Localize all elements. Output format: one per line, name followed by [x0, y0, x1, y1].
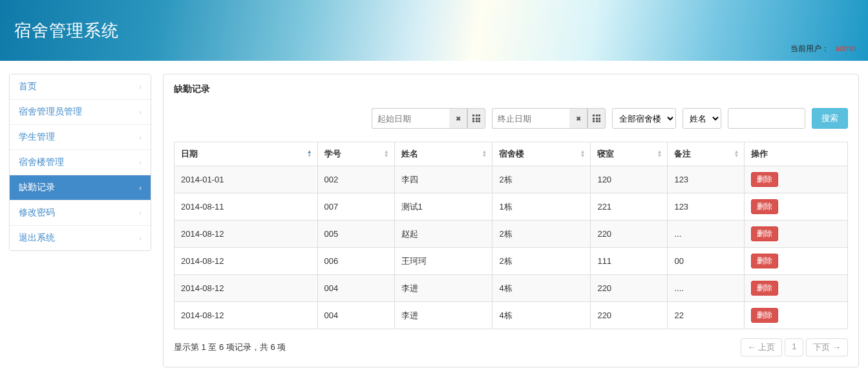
panel-title: 缺勤记录 [174, 83, 848, 95]
sidebar-item-dorm-admin[interactable]: 宿舍管理员管理› [10, 100, 151, 125]
cell-name: 李进 [394, 302, 492, 329]
col-label: 学号 [324, 149, 341, 158]
delete-button[interactable]: 删除 [751, 254, 778, 268]
app-title: 宿舍管理系统 [14, 19, 119, 42]
sidebar-item-absence[interactable]: 缺勤记录› [10, 175, 151, 201]
chevron-right-icon: › [139, 158, 142, 166]
sidebar-item-label: 退出系统 [19, 232, 55, 244]
delete-button[interactable]: 删除 [751, 226, 778, 241]
col-label: 寝室 [597, 149, 614, 158]
cell-room: 120 [591, 166, 668, 193]
cell-room: 111 [591, 248, 668, 275]
chevron-right-icon: › [139, 108, 142, 116]
building-select[interactable]: 全部宿舍楼 [612, 108, 676, 129]
col-sid[interactable]: 学号▲▼ [317, 142, 394, 166]
sidebar-item-label: 修改密码 [19, 207, 55, 219]
sidebar-item-label: 首页 [19, 81, 37, 93]
sort-icon: ▲▼ [734, 150, 739, 158]
cell-date: 2014-08-12 [175, 248, 318, 275]
cell-date: 2014-08-12 [175, 221, 318, 248]
sidebar-item-home[interactable]: 首页› [10, 74, 151, 100]
cell-building: 4栋 [492, 302, 591, 329]
table-row: 2014-08-12004李进4栋220....删除 [175, 275, 848, 302]
search-button[interactable]: 搜索 [812, 108, 848, 129]
col-label: 日期 [181, 149, 198, 158]
table-info: 显示第 1 至 6 项记录，共 6 项 [174, 342, 286, 353]
cell-room: 220 [591, 221, 668, 248]
current-user-label: 当前用户： [790, 44, 829, 53]
col-note[interactable]: 备注▲▼ [668, 142, 745, 166]
table-row: 2014-08-11007测试11栋221123删除 [175, 193, 848, 221]
chevron-right-icon: › [139, 209, 142, 217]
end-date-group [492, 108, 606, 129]
delete-button[interactable]: 删除 [751, 199, 778, 214]
col-date[interactable]: 日期▲▼ [175, 142, 318, 166]
search-input[interactable] [728, 108, 805, 129]
sort-icon: ▲▼ [384, 150, 389, 158]
cell-sid: 004 [317, 302, 394, 329]
sidebar-item-label: 缺勤记录 [19, 182, 55, 193]
cell-building: 4栋 [492, 275, 591, 302]
sidebar-item-building[interactable]: 宿舍楼管理› [10, 150, 151, 175]
col-room[interactable]: 寝室▲▼ [591, 142, 668, 166]
sidebar-nav: 首页›宿舍管理员管理›学生管理›宿舍楼管理›缺勤记录›修改密码›退出系统› [9, 74, 151, 251]
cell-building: 2栋 [492, 248, 591, 275]
pager-prev-button[interactable]: ← 上页 [741, 338, 783, 356]
cell-note: 123 [668, 166, 745, 193]
cell-name: 赵起 [394, 221, 492, 248]
cell-ops: 删除 [745, 302, 848, 329]
cell-room: 221 [591, 193, 668, 221]
calendar-icon [593, 114, 600, 122]
cell-note: 123 [668, 193, 745, 221]
close-icon [576, 114, 581, 123]
pager-page-1[interactable]: 1 [785, 338, 803, 356]
sidebar-item-password[interactable]: 修改密码› [10, 201, 151, 226]
pager: ← 上页 1 下页 → [741, 338, 848, 356]
start-date-clear-button[interactable] [449, 108, 467, 129]
filter-bar: 全部宿舍楼 姓名 搜索 [174, 108, 848, 129]
sidebar-item-student[interactable]: 学生管理› [10, 125, 151, 150]
cell-note: 00 [668, 248, 745, 275]
cell-ops: 删除 [745, 193, 848, 221]
current-user-block: 当前用户： admin [790, 43, 856, 54]
cell-ops: 删除 [745, 248, 848, 275]
sort-icon: ▲▼ [482, 150, 487, 158]
cell-date: 2014-08-11 [175, 193, 318, 221]
col-name[interactable]: 姓名▲▼ [394, 142, 492, 166]
end-date-clear-button[interactable] [569, 108, 587, 129]
sidebar-item-logout[interactable]: 退出系统› [10, 226, 151, 250]
col-label: 备注 [674, 149, 691, 158]
close-icon [456, 114, 461, 123]
cell-date: 2014-08-12 [175, 302, 318, 329]
cell-date: 2014-01-01 [175, 166, 318, 193]
sort-icon: ▲▼ [580, 150, 585, 158]
pager-next-button[interactable]: 下页 → [806, 338, 848, 356]
current-user-name: admin [835, 44, 856, 53]
end-date-input[interactable] [492, 108, 569, 129]
start-date-input[interactable] [372, 108, 449, 129]
cell-name: 李四 [394, 166, 492, 193]
cell-note: 22 [668, 302, 745, 329]
start-date-group [372, 108, 485, 129]
chevron-right-icon: › [139, 184, 142, 191]
sidebar-item-label: 宿舍楼管理 [19, 157, 64, 168]
table-row: 2014-01-01002李四2栋120123删除 [175, 166, 848, 193]
searchby-select[interactable]: 姓名 [683, 108, 721, 129]
start-date-picker-button[interactable] [467, 108, 485, 129]
cell-sid: 006 [317, 248, 394, 275]
app-header: 宿舍管理系统 当前用户： admin [0, 0, 868, 61]
cell-note: .... [668, 275, 745, 302]
col-ops: 操作 [745, 142, 848, 166]
col-building[interactable]: 宿舍楼▲▼ [492, 142, 591, 166]
cell-ops: 删除 [745, 221, 848, 248]
table-row: 2014-08-12005赵起2栋220...删除 [175, 221, 848, 248]
table-footer: 显示第 1 至 6 项记录，共 6 项 ← 上页 1 下页 → [174, 338, 848, 356]
cell-sid: 002 [317, 166, 394, 193]
end-date-picker-button[interactable] [587, 108, 606, 129]
table-row: 2014-08-12006王珂珂2栋11100删除 [175, 248, 848, 275]
delete-button[interactable]: 删除 [751, 308, 778, 323]
delete-button[interactable]: 删除 [751, 172, 778, 187]
cell-date: 2014-08-12 [175, 275, 318, 302]
records-table: 日期▲▼学号▲▼姓名▲▼宿舍楼▲▼寝室▲▼备注▲▼操作 2014-01-0100… [174, 142, 848, 329]
delete-button[interactable]: 删除 [751, 281, 778, 296]
